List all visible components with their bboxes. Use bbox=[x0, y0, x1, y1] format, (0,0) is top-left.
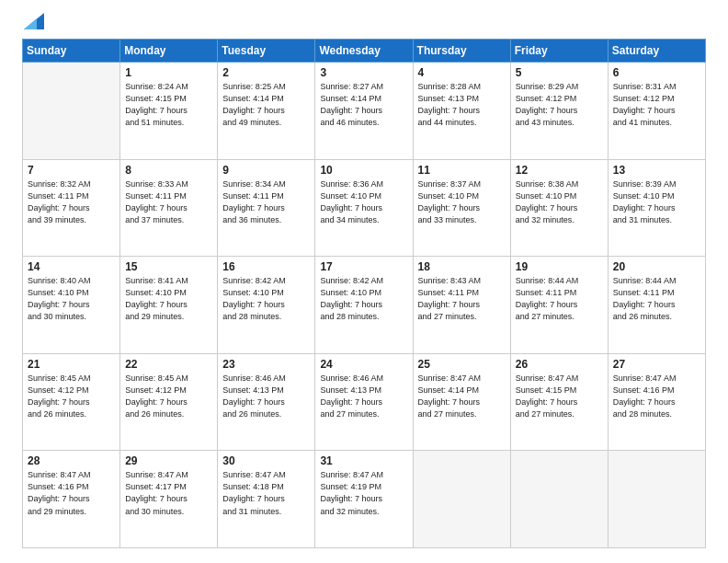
logo bbox=[22, 18, 44, 29]
svg-marker-1 bbox=[24, 18, 37, 29]
calendar-cell: 25Sunrise: 8:47 AM Sunset: 4:14 PM Dayli… bbox=[413, 353, 510, 451]
weekday-header-thursday: Thursday bbox=[413, 40, 510, 63]
day-info: Sunrise: 8:44 AM Sunset: 4:11 PM Dayligh… bbox=[516, 275, 603, 323]
calendar-cell: 3Sunrise: 8:27 AM Sunset: 4:14 PM Daylig… bbox=[315, 63, 413, 160]
day-info: Sunrise: 8:47 AM Sunset: 4:15 PM Dayligh… bbox=[516, 373, 603, 420]
day-number: 10 bbox=[320, 164, 407, 177]
calendar-cell: 19Sunrise: 8:44 AM Sunset: 4:11 PM Dayli… bbox=[510, 257, 608, 354]
calendar-cell: 11Sunrise: 8:37 AM Sunset: 4:10 PM Dayli… bbox=[413, 159, 510, 257]
day-number: 9 bbox=[222, 164, 310, 177]
day-info: Sunrise: 8:44 AM Sunset: 4:11 PM Dayligh… bbox=[613, 275, 700, 323]
day-info: Sunrise: 8:47 AM Sunset: 4:17 PM Dayligh… bbox=[125, 469, 212, 517]
calendar-cell bbox=[413, 451, 510, 548]
week-row-3: 21Sunrise: 8:45 AM Sunset: 4:12 PM Dayli… bbox=[23, 353, 706, 451]
calendar-cell bbox=[23, 63, 120, 160]
day-info: Sunrise: 8:31 AM Sunset: 4:12 PM Dayligh… bbox=[613, 81, 700, 129]
day-number: 24 bbox=[320, 358, 407, 371]
week-row-2: 14Sunrise: 8:40 AM Sunset: 4:10 PM Dayli… bbox=[23, 257, 706, 354]
calendar-cell: 4Sunrise: 8:28 AM Sunset: 4:13 PM Daylig… bbox=[413, 63, 510, 160]
calendar-cell: 20Sunrise: 8:44 AM Sunset: 4:11 PM Dayli… bbox=[608, 257, 705, 354]
day-number: 28 bbox=[28, 454, 115, 467]
calendar-cell: 17Sunrise: 8:42 AM Sunset: 4:10 PM Dayli… bbox=[315, 257, 413, 354]
day-info: Sunrise: 8:42 AM Sunset: 4:10 PM Dayligh… bbox=[222, 275, 310, 323]
calendar-cell bbox=[608, 451, 705, 548]
day-info: Sunrise: 8:45 AM Sunset: 4:12 PM Dayligh… bbox=[125, 373, 212, 420]
day-number: 5 bbox=[516, 66, 603, 79]
day-number: 30 bbox=[222, 454, 310, 467]
day-number: 31 bbox=[320, 454, 407, 467]
day-info: Sunrise: 8:47 AM Sunset: 4:16 PM Dayligh… bbox=[613, 373, 700, 420]
day-info: Sunrise: 8:28 AM Sunset: 4:13 PM Dayligh… bbox=[418, 81, 506, 129]
day-number: 23 bbox=[222, 358, 310, 371]
day-number: 19 bbox=[516, 260, 603, 273]
day-info: Sunrise: 8:43 AM Sunset: 4:11 PM Dayligh… bbox=[418, 275, 506, 323]
day-info: Sunrise: 8:42 AM Sunset: 4:10 PM Dayligh… bbox=[320, 275, 407, 323]
page: SundayMondayTuesdayWednesdayThursdayFrid… bbox=[0, 0, 728, 563]
day-info: Sunrise: 8:27 AM Sunset: 4:14 PM Dayligh… bbox=[320, 81, 407, 129]
day-number: 13 bbox=[613, 164, 700, 177]
calendar-cell: 7Sunrise: 8:32 AM Sunset: 4:11 PM Daylig… bbox=[23, 159, 120, 257]
day-info: Sunrise: 8:39 AM Sunset: 4:10 PM Dayligh… bbox=[613, 178, 700, 226]
calendar-cell: 10Sunrise: 8:36 AM Sunset: 4:10 PM Dayli… bbox=[315, 159, 413, 257]
day-info: Sunrise: 8:47 AM Sunset: 4:18 PM Dayligh… bbox=[222, 469, 310, 517]
day-info: Sunrise: 8:34 AM Sunset: 4:11 PM Dayligh… bbox=[222, 178, 310, 226]
calendar-cell: 30Sunrise: 8:47 AM Sunset: 4:18 PM Dayli… bbox=[218, 451, 315, 548]
day-info: Sunrise: 8:33 AM Sunset: 4:11 PM Dayligh… bbox=[125, 178, 212, 226]
day-info: Sunrise: 8:24 AM Sunset: 4:15 PM Dayligh… bbox=[125, 81, 212, 129]
calendar-cell bbox=[510, 451, 608, 548]
day-number: 15 bbox=[125, 260, 212, 273]
day-number: 11 bbox=[418, 164, 506, 177]
day-number: 14 bbox=[28, 260, 115, 273]
weekday-header-row: SundayMondayTuesdayWednesdayThursdayFrid… bbox=[23, 40, 706, 63]
calendar-cell: 18Sunrise: 8:43 AM Sunset: 4:11 PM Dayli… bbox=[413, 257, 510, 354]
weekday-header-wednesday: Wednesday bbox=[315, 40, 413, 63]
day-number: 16 bbox=[222, 260, 310, 273]
week-row-1: 7Sunrise: 8:32 AM Sunset: 4:11 PM Daylig… bbox=[23, 159, 706, 257]
day-number: 2 bbox=[222, 66, 310, 79]
calendar-cell: 14Sunrise: 8:40 AM Sunset: 4:10 PM Dayli… bbox=[23, 257, 120, 354]
calendar-cell: 28Sunrise: 8:47 AM Sunset: 4:16 PM Dayli… bbox=[23, 451, 120, 548]
day-number: 7 bbox=[28, 164, 115, 177]
calendar-cell: 15Sunrise: 8:41 AM Sunset: 4:10 PM Dayli… bbox=[120, 257, 218, 354]
calendar-cell: 2Sunrise: 8:25 AM Sunset: 4:14 PM Daylig… bbox=[218, 63, 315, 160]
calendar-cell: 31Sunrise: 8:47 AM Sunset: 4:19 PM Dayli… bbox=[315, 451, 413, 548]
day-info: Sunrise: 8:40 AM Sunset: 4:10 PM Dayligh… bbox=[28, 275, 115, 323]
calendar-cell: 16Sunrise: 8:42 AM Sunset: 4:10 PM Dayli… bbox=[218, 257, 315, 354]
day-info: Sunrise: 8:25 AM Sunset: 4:14 PM Dayligh… bbox=[222, 81, 310, 129]
day-info: Sunrise: 8:46 AM Sunset: 4:13 PM Dayligh… bbox=[222, 373, 310, 420]
calendar-cell: 27Sunrise: 8:47 AM Sunset: 4:16 PM Dayli… bbox=[608, 353, 705, 451]
day-number: 3 bbox=[320, 66, 407, 79]
header bbox=[22, 18, 706, 29]
calendar-table: SundayMondayTuesdayWednesdayThursdayFrid… bbox=[22, 39, 706, 548]
calendar-cell: 24Sunrise: 8:46 AM Sunset: 4:13 PM Dayli… bbox=[315, 353, 413, 451]
calendar-cell: 13Sunrise: 8:39 AM Sunset: 4:10 PM Dayli… bbox=[608, 159, 705, 257]
calendar-cell: 22Sunrise: 8:45 AM Sunset: 4:12 PM Dayli… bbox=[120, 353, 218, 451]
day-info: Sunrise: 8:37 AM Sunset: 4:10 PM Dayligh… bbox=[418, 178, 506, 226]
day-info: Sunrise: 8:29 AM Sunset: 4:12 PM Dayligh… bbox=[516, 81, 603, 129]
day-number: 27 bbox=[613, 358, 700, 371]
day-number: 4 bbox=[418, 66, 506, 79]
day-number: 8 bbox=[125, 164, 212, 177]
day-number: 12 bbox=[516, 164, 603, 177]
day-info: Sunrise: 8:36 AM Sunset: 4:10 PM Dayligh… bbox=[320, 178, 407, 226]
calendar-cell: 9Sunrise: 8:34 AM Sunset: 4:11 PM Daylig… bbox=[218, 159, 315, 257]
day-number: 26 bbox=[516, 358, 603, 371]
day-number: 20 bbox=[613, 260, 700, 273]
day-info: Sunrise: 8:38 AM Sunset: 4:10 PM Dayligh… bbox=[516, 178, 603, 226]
day-info: Sunrise: 8:41 AM Sunset: 4:10 PM Dayligh… bbox=[125, 275, 212, 323]
day-number: 29 bbox=[125, 454, 212, 467]
calendar-cell: 29Sunrise: 8:47 AM Sunset: 4:17 PM Dayli… bbox=[120, 451, 218, 548]
calendar-cell: 8Sunrise: 8:33 AM Sunset: 4:11 PM Daylig… bbox=[120, 159, 218, 257]
day-number: 25 bbox=[418, 358, 506, 371]
day-info: Sunrise: 8:47 AM Sunset: 4:16 PM Dayligh… bbox=[28, 469, 115, 517]
weekday-header-saturday: Saturday bbox=[608, 40, 705, 63]
day-info: Sunrise: 8:45 AM Sunset: 4:12 PM Dayligh… bbox=[28, 373, 115, 420]
week-row-0: 1Sunrise: 8:24 AM Sunset: 4:15 PM Daylig… bbox=[23, 63, 706, 160]
day-number: 18 bbox=[418, 260, 506, 273]
weekday-header-friday: Friday bbox=[510, 40, 608, 63]
week-row-4: 28Sunrise: 8:47 AM Sunset: 4:16 PM Dayli… bbox=[23, 451, 706, 548]
day-info: Sunrise: 8:47 AM Sunset: 4:14 PM Dayligh… bbox=[418, 373, 506, 420]
day-number: 17 bbox=[320, 260, 407, 273]
calendar-cell: 12Sunrise: 8:38 AM Sunset: 4:10 PM Dayli… bbox=[510, 159, 608, 257]
day-info: Sunrise: 8:32 AM Sunset: 4:11 PM Dayligh… bbox=[28, 178, 115, 226]
